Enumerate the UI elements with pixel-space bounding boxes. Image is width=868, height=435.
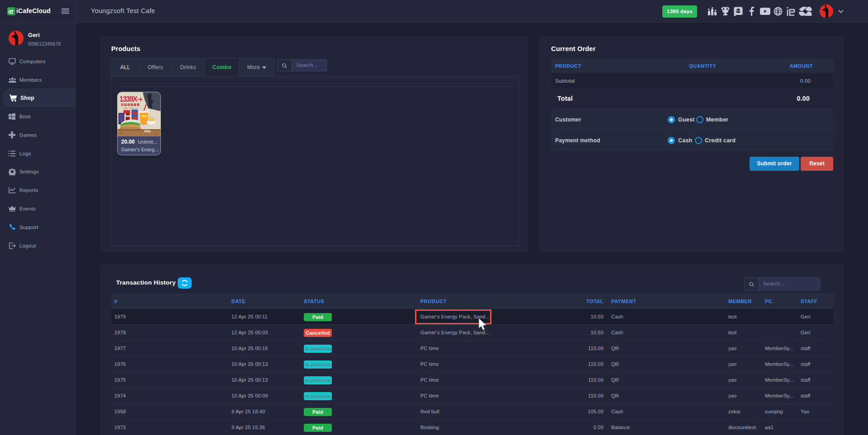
svg-text:1339X·+: 1339X·+	[119, 95, 143, 103]
